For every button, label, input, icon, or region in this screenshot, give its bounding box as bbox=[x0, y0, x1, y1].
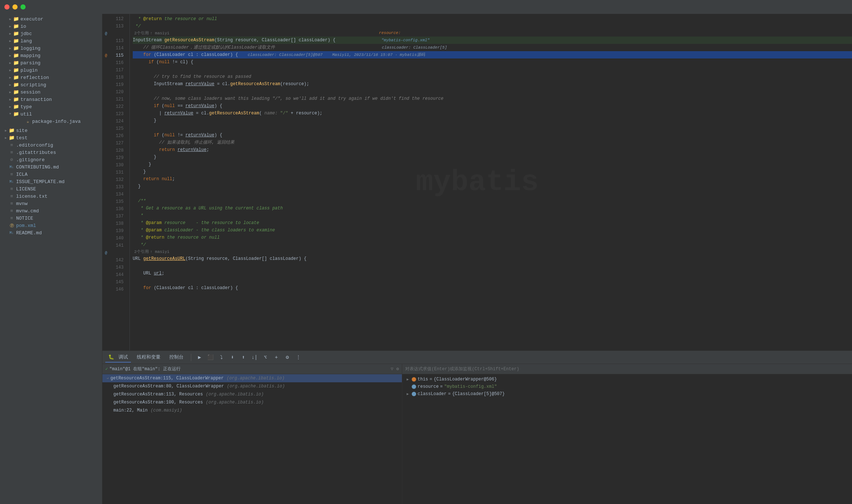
btn-resume[interactable]: ▶ bbox=[196, 353, 204, 361]
sidebar-item-notice[interactable]: ≡ NOTICE bbox=[0, 215, 102, 222]
btn-step-into[interactable]: ⬇ bbox=[229, 353, 237, 361]
sidebar-item-plugin[interactable]: ▶ 📁 plugin bbox=[0, 67, 102, 74]
tab-threads[interactable]: 线程和变量 bbox=[134, 352, 163, 363]
btn-add-watch[interactable]: + bbox=[272, 353, 280, 361]
ln-138: 138 bbox=[110, 220, 127, 227]
btn-step-out[interactable]: ⬆ bbox=[240, 353, 248, 361]
ln-130: 130 bbox=[110, 162, 127, 169]
sidebar-item-mapping[interactable]: ▶ 📁 mapping bbox=[0, 52, 102, 59]
code-line-136: * Get a resource as a URL using the curr… bbox=[133, 205, 852, 212]
sidebar-item-mvnw-cmd[interactable]: ≡ mvnw.cmd bbox=[0, 207, 102, 215]
btn-step-over[interactable]: ⤵ bbox=[218, 353, 226, 361]
gutter-146 bbox=[102, 286, 110, 293]
sidebar-item-gitignore[interactable]: ⊘ .gitignore bbox=[0, 156, 102, 163]
expand-icon[interactable]: ▶ bbox=[405, 377, 410, 382]
var-eq: = bbox=[430, 377, 432, 382]
sidebar-label: mvnw.cmd bbox=[16, 208, 39, 214]
sidebar-item-readme[interactable]: M↓ README.md bbox=[0, 229, 102, 236]
arrow-icon: ▶ bbox=[7, 23, 13, 29]
btn-evaluate[interactable]: ⌥ bbox=[261, 353, 269, 361]
sidebar-label: executor bbox=[20, 16, 43, 22]
ref-count-141: 2个引用 bbox=[134, 248, 149, 255]
sidebar-item-editorconfig[interactable]: ≡ .editorconfig bbox=[0, 141, 102, 149]
sidebar-item-executor[interactable]: ▶ 📁 executor bbox=[0, 15, 102, 23]
code-content[interactable]: * @return the resource or null */ 2个引用 ↑… bbox=[130, 14, 852, 350]
tab-console-label: 控制台 bbox=[169, 355, 184, 360]
expand-icon[interactable]: ▶ bbox=[405, 391, 410, 397]
sidebar-item-gitattributes[interactable]: ≡ .gitattributes bbox=[0, 149, 102, 156]
gutter-113-ref[interactable]: @ bbox=[102, 30, 110, 37]
sidebar-item-session[interactable]: ▶ 📁 session bbox=[0, 88, 102, 96]
spacer: ▶ bbox=[19, 118, 25, 124]
btn-more[interactable]: ⋮ bbox=[294, 353, 302, 361]
btn-stop[interactable]: ⬛ bbox=[207, 353, 215, 361]
ln-118: 118 bbox=[110, 74, 127, 81]
java-file-icon: ☕ bbox=[25, 118, 31, 124]
code-line-113-main: InputStream getResourceAsStream ( String… bbox=[133, 37, 852, 44]
sidebar-item-license[interactable]: ≡ LICENSE bbox=[0, 185, 102, 193]
stack-class: (org.apache.ibatis.io) bbox=[206, 400, 264, 405]
btn-run-to-cursor[interactable]: ↓| bbox=[250, 353, 259, 361]
var-resource[interactable]: ▶ resource = "mybatis-config.xml" bbox=[402, 383, 852, 390]
code-line-120 bbox=[133, 88, 852, 95]
sidebar-label: .gitattributes bbox=[16, 150, 56, 155]
minimize-button[interactable] bbox=[12, 4, 18, 10]
sidebar-item-site[interactable]: ▶ 📁 site bbox=[0, 127, 102, 134]
code-line-127: // 如果读取到, 停止循环, 返回结果 bbox=[133, 139, 852, 146]
gutter-112 bbox=[102, 15, 110, 23]
code-line-131: } bbox=[133, 168, 852, 175]
sidebar-item-type[interactable]: ▶ 📁 type bbox=[0, 103, 102, 110]
sidebar-item-util[interactable]: ▼ 📁 util bbox=[0, 110, 102, 118]
arrow-icon: ▶ bbox=[7, 104, 13, 110]
close-button[interactable] bbox=[4, 4, 10, 10]
code-line-145 bbox=[133, 277, 852, 284]
stack-frame-0[interactable]: ↩ getResourceAsStream:115, ClassLoaderWr… bbox=[102, 374, 402, 382]
expr-placeholder: 对表达式求值(Enter)或添加监视(Ctrl+Shift+Enter) bbox=[405, 366, 519, 372]
code-line-137: * bbox=[133, 212, 852, 219]
var-name: this bbox=[418, 377, 428, 382]
stack-frame-4[interactable]: main:22, Main (com.masiyi) bbox=[102, 406, 402, 414]
var-classloader[interactable]: ▶ classLoader = {ClassLoader[5]@507} bbox=[402, 390, 852, 398]
tab-console[interactable]: 控制台 bbox=[166, 352, 186, 363]
settings-icon[interactable]: ⚙ bbox=[396, 366, 399, 372]
sidebar-label: CONTRIBUTING.md bbox=[16, 164, 59, 170]
sidebar-item-io[interactable]: ▶ 📁 io bbox=[0, 23, 102, 30]
stack-frame-1[interactable]: getResourceAsStream:80, ClassLoaderWrapp… bbox=[102, 382, 402, 390]
sidebar-item-test[interactable]: ▶ 📁 test bbox=[0, 134, 102, 141]
sidebar-label: .gitignore bbox=[16, 157, 45, 163]
sidebar-item-issue-template[interactable]: M↓ ISSUE_TEMPLATE.md bbox=[0, 178, 102, 185]
tab-debug[interactable]: 🐛 调试 bbox=[105, 352, 131, 363]
maximize-button[interactable] bbox=[20, 4, 26, 10]
gutter-140 bbox=[102, 235, 110, 242]
sidebar-item-mvnw[interactable]: ≡ mvnw bbox=[0, 200, 102, 207]
sidebar-item-logging[interactable]: ▶ 📁 logging bbox=[0, 45, 102, 52]
var-this[interactable]: ▶ this = {ClassLoaderWrapper@506} bbox=[402, 376, 852, 383]
sidebar-item-scripting[interactable]: ▶ 📁 scripting bbox=[0, 81, 102, 88]
sidebar-item-license-txt[interactable]: ≡ license.txt bbox=[0, 193, 102, 200]
sidebar-label: pom.xml bbox=[16, 223, 36, 228]
xml-file-icon: ⓟ bbox=[9, 223, 15, 228]
sidebar-item-parsing[interactable]: ▶ 📁 parsing bbox=[0, 59, 102, 67]
editor-gutter: @ @ bbox=[102, 14, 110, 350]
sidebar-item-pom[interactable]: ⓟ pom.xml bbox=[0, 222, 102, 229]
sidebar-label: mapping bbox=[20, 53, 41, 58]
gutter-127 bbox=[102, 140, 110, 147]
btn-settings[interactable]: ⚙ bbox=[283, 353, 291, 361]
stack-frame-3[interactable]: getResourceAsStream:100, Resources (org.… bbox=[102, 398, 402, 406]
sidebar-item-jdbc[interactable]: ▶ 📁 jdbc bbox=[0, 30, 102, 37]
gutter-141-ref[interactable]: @ bbox=[102, 249, 110, 257]
sidebar-item-transaction[interactable]: ▶ 📁 transaction bbox=[0, 96, 102, 103]
sidebar-item-contributing[interactable]: M↓ CONTRIBUTING.md bbox=[0, 163, 102, 171]
stack-frame-2[interactable]: getResourceAsStream:113, Resources (org.… bbox=[102, 390, 402, 398]
debug-stack-panel: ✓ "main"@1 在组"main": 正在运行 ▽ ⚙ ↩ get bbox=[102, 364, 402, 504]
sidebar-item-package-info[interactable]: ▶ ☕ package-info.java bbox=[0, 118, 102, 125]
code-line-ref-113: 2个引用 ↑ masiyi bbox=[133, 30, 852, 37]
sidebar-item-lang[interactable]: ▶ 📁 lang bbox=[0, 37, 102, 45]
sidebar-item-icla[interactable]: ≡ ICLA bbox=[0, 171, 102, 178]
sidebar-item-reflection[interactable]: ▶ 📁 reflection bbox=[0, 74, 102, 81]
sidebar-label: package-info.java bbox=[32, 119, 81, 124]
filter-icon[interactable]: ▽ bbox=[391, 366, 393, 372]
ln-114: 114 bbox=[110, 45, 127, 52]
gutter-115-debug[interactable]: @ bbox=[102, 52, 110, 59]
gutter-137 bbox=[102, 213, 110, 220]
